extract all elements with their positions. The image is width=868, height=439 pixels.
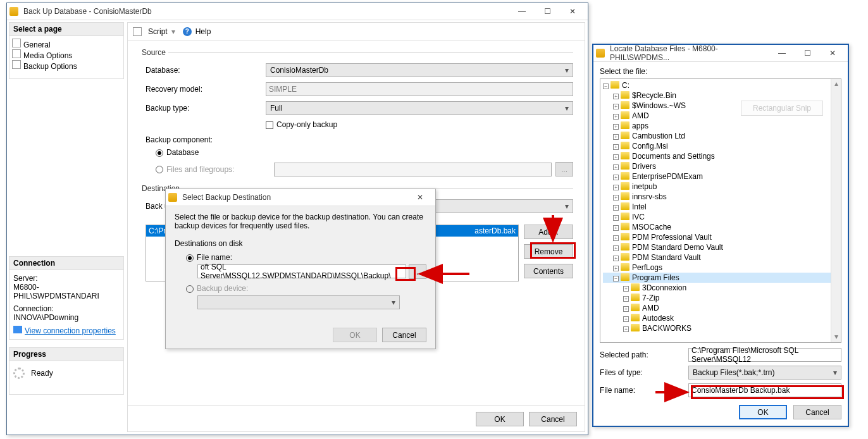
connection-value: INNOVA\PDowning [13,313,120,322]
locate-cancel-button[interactable]: Cancel [793,405,841,419]
selected-path-label: Selected path: [600,350,688,359]
rectangular-snip-button[interactable]: Rectangular Snip [741,101,823,116]
radio-database[interactable]: Database [156,148,573,157]
browse-button[interactable]: ... [409,264,426,279]
database-dropdown[interactable]: ConisioMasterDb [266,63,573,77]
filegroups-browse[interactable]: ... [555,162,573,176]
connection-header: Connection [9,256,124,270]
tree-item[interactable]: +AMD [603,303,838,313]
maximize-button[interactable]: ☐ [535,4,560,19]
tree-item[interactable]: +IVC [603,212,838,222]
filename-label: File name: [600,386,688,395]
contents-button[interactable]: Contents [524,264,573,278]
tree-item[interactable]: +innsrv-sbs [603,192,838,202]
selected-path-value[interactable]: C:\Program Files\Microsoft SQL Server\MS… [688,348,841,362]
database-icon [168,193,177,202]
close-button[interactable]: ✕ [560,4,585,19]
tree-item[interactable]: +EnterprisePDMExam [603,171,838,182]
locate-maximize[interactable]: ☐ [795,46,820,61]
view-connection-properties[interactable]: View connection properties [13,326,120,335]
database-label: Database: [146,66,266,75]
progress-spinner-icon [13,368,25,379]
copy-only-checkbox[interactable]: Copy-only backup [266,120,573,129]
database-icon [9,7,18,16]
titlebar: Back Up Database - ConisioMasterDb — ☐ ✕ [7,3,588,20]
page-icon [12,39,21,47]
script-icon [133,27,142,36]
tree-item[interactable]: +Cambustion Ltd [603,131,838,141]
page-media-options[interactable]: Media Options [12,49,121,60]
connection-label: Connection: [13,304,120,313]
help-button[interactable]: Help [195,27,211,36]
tree-item[interactable]: +BACKWORKS [603,323,838,333]
tree-scrollbar[interactable]: ▴ ▾ [831,79,841,342]
backup-type-dropdown[interactable]: Full [266,101,573,115]
dest-ok-button[interactable]: OK [333,328,377,342]
source-legend: Source [139,48,168,57]
locate-files-dialog: Locate Database Files - M6800-PHIL\SWPDM… [592,44,849,427]
dialog-title: Select Backup Destination [180,193,407,202]
left-pane: Select a page General Media Options Back… [9,22,124,395]
page-general[interactable]: General [12,39,121,49]
server-value: M6800-PHIL\SWPDMSTANDARI [13,283,120,300]
dialog-intro: Select the file or backup device for the… [175,213,426,230]
main-ok-button[interactable]: OK [476,412,524,426]
recovery-model-value: SIMPLE [266,82,573,96]
tree-item[interactable]: +$Recycle.Bin [603,90,838,101]
help-icon: ? [183,27,192,36]
locate-minimize[interactable]: — [769,46,795,61]
tree-item[interactable]: +7-Zip [603,293,838,303]
script-button[interactable]: Script [148,27,168,36]
window-title: Back Up Database - ConisioMasterDb [21,7,509,16]
select-destination-dialog: Select Backup Destination ✕ Select the f… [165,189,436,349]
filetype-label: Files of type: [600,368,688,377]
locate-close[interactable]: ✕ [820,46,845,61]
main-cancel-button[interactable]: Cancel [529,412,577,426]
radio-filegroups[interactable] [156,166,163,173]
tree-item[interactable]: +Documents and Settings [603,151,838,161]
radio-filename[interactable]: File name: [186,253,426,262]
tree-item[interactable]: −Program Files [603,273,838,283]
page-icon [12,49,21,58]
remove-button[interactable]: Remove [524,244,573,259]
filetype-dropdown[interactable]: Backup Files(*.bak;*.trn) [688,366,841,380]
tree-item[interactable]: −C: [603,80,838,90]
add-button[interactable]: Add... [524,225,573,239]
radio-backup-device[interactable]: Backup device: [186,284,426,293]
locate-ok-button[interactable]: OK [739,405,787,419]
filename-textbox[interactable]: oft SQL Server\MSSQL12.SWPDMSTANDARD\MSS… [197,264,406,278]
progress-header: Progress [9,347,124,361]
page-icon [12,60,21,69]
tree-item[interactable]: +MSOCache [603,222,838,232]
dialog-close-button[interactable]: ✕ [407,190,433,205]
tree-item[interactable]: +Config.Msi [603,141,838,151]
tree-item[interactable]: +Drivers [603,161,838,171]
locate-title: Locate Database Files - M6800-PHIL\SWPDM… [607,44,769,62]
recovery-model-label: Recovery model: [146,85,266,94]
filegroups-text [274,163,552,176]
tree-item[interactable]: +Intel [603,202,838,212]
database-icon [596,49,605,58]
tree-item[interactable]: +apps [603,121,838,131]
filegroups-label: Files and filegroups: [166,165,274,174]
page-backup-options[interactable]: Backup Options [12,60,121,71]
tree-item[interactable]: +PerfLogs [603,263,838,273]
filename-input[interactable]: ConsioMasterDb Backup.bak [688,383,841,397]
select-page-header: Select a page [9,22,124,36]
tree-item[interactable]: +3Dconnexion [603,283,838,293]
backup-component-label: Backup component: [139,129,573,144]
tree-item[interactable]: +PDM Standard Vault [603,252,838,263]
folder-tree[interactable]: ▴ ▾ −C:+$Recycle.Bin+$Windows.~WS+AMD+ap… [600,78,841,343]
tree-item[interactable]: +Autodesk [603,313,838,323]
monitor-icon [13,326,22,333]
dest-cancel-button[interactable]: Cancel [382,328,426,342]
backup-type-label: Backup type: [146,104,266,113]
progress-status: Ready [31,369,53,378]
tree-item[interactable]: +PDM Professional Vault [603,232,838,242]
server-label: Server: [13,274,120,283]
minimize-button[interactable]: — [509,4,535,19]
select-file-label: Select the file: [600,67,841,76]
tree-item[interactable]: +inetpub [603,182,838,192]
tree-item[interactable]: +PDM Standard Demo Vault [603,242,838,252]
backup-device-dropdown [197,295,400,309]
